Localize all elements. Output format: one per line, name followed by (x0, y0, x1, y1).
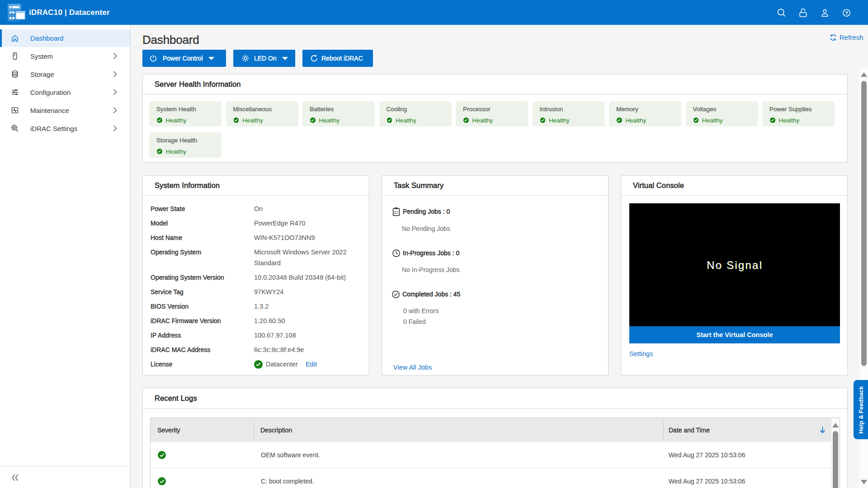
svg-text:?: ? (845, 10, 848, 16)
